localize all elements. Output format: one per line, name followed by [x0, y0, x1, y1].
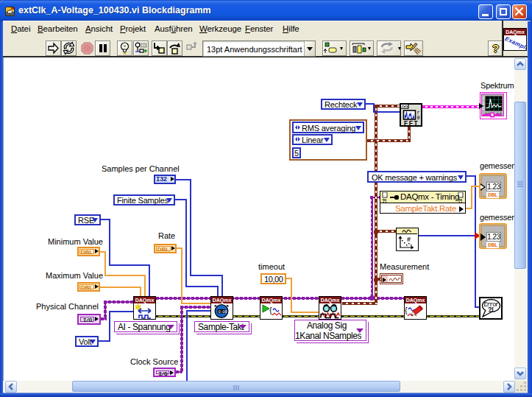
- svg-text:{: {: [269, 306, 272, 315]
- svg-text:Example: Example: [504, 35, 526, 50]
- svg-text:FFT: FFT: [404, 119, 419, 126]
- svg-text:#: #: [407, 236, 411, 243]
- svg-text:0:00: 0:00: [219, 309, 227, 315]
- svg-text:2: 2: [483, 96, 485, 100]
- svg-text:?!: ?!: [488, 306, 494, 313]
- svg-text:{: {: [405, 306, 408, 315]
- svg-text:?!: ?!: [382, 198, 386, 203]
